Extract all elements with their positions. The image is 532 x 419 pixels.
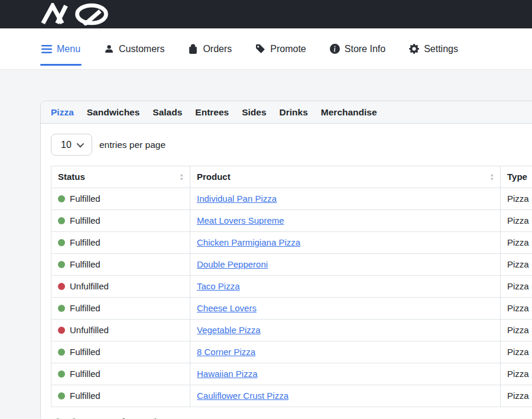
- chevron-down-icon: [76, 140, 84, 148]
- sort-icon[interactable]: [180, 173, 184, 181]
- status-label: Fulfilled: [70, 214, 100, 227]
- nav-item-promote[interactable]: Promote: [254, 28, 307, 69]
- info-icon: [330, 44, 340, 54]
- entries-per-page-label: entries per page: [99, 140, 166, 150]
- table-row: Fulfilled Hawaiian Pizza Pizza: [51, 363, 532, 385]
- type-cell: Pizza: [501, 210, 532, 232]
- top-app-bar: [0, 0, 532, 28]
- entries-count-value: 10: [61, 140, 72, 150]
- product-link[interactable]: Individual Pan Pizza: [197, 194, 277, 204]
- table-summary: Showing 1 to 10 of 26 entries: [51, 417, 532, 419]
- nav-label: Orders: [203, 44, 232, 54]
- main-nav: Menu Customers Orders Promote Store Info…: [0, 28, 532, 70]
- product-link[interactable]: Taco Pizza: [197, 281, 240, 291]
- product-link[interactable]: Hawaiian Pizza: [197, 369, 258, 379]
- type-cell: Pizza: [501, 232, 532, 254]
- product-link[interactable]: Chicken Parmigiana Pizza: [197, 237, 300, 247]
- status-label: Fulfilled: [70, 192, 100, 205]
- entries-count-select[interactable]: 10: [51, 134, 92, 156]
- column-header-product[interactable]: Product: [190, 166, 501, 188]
- page-content: Pizza Sandwiches Salads Entrees Sides Dr…: [0, 70, 532, 419]
- status-label: Unfulfilled: [70, 324, 109, 337]
- status-label: Fulfilled: [70, 389, 100, 402]
- card-body: 10 entries per page Status Product: [41, 124, 532, 419]
- type-cell: Pizza: [501, 341, 532, 363]
- column-label: Product: [197, 172, 231, 182]
- tab-merchandise[interactable]: Merchandise: [321, 107, 377, 118]
- nav-item-orders[interactable]: Orders: [187, 28, 233, 69]
- tab-sides[interactable]: Sides: [242, 107, 266, 118]
- status-label: Fulfilled: [70, 258, 100, 271]
- column-header-status[interactable]: Status: [51, 166, 190, 188]
- tab-salads[interactable]: Salads: [153, 107, 182, 118]
- nav-item-menu[interactable]: Menu: [40, 28, 82, 69]
- type-cell: Pizza: [501, 188, 532, 210]
- table-row: Fulfilled Meat Lovers Supreme Pizza: [51, 210, 532, 232]
- tab-pizza[interactable]: Pizza: [51, 107, 74, 118]
- type-cell: Pizza: [501, 254, 532, 276]
- status-dot: [58, 261, 65, 268]
- nav-item-customers[interactable]: Customers: [103, 28, 166, 69]
- column-label: Status: [58, 172, 85, 182]
- status-dot: [58, 195, 65, 202]
- status-label: Fulfilled: [70, 236, 100, 249]
- type-cell: Pizza: [501, 320, 532, 341]
- brand-logo[interactable]: [39, 3, 122, 25]
- status-dot: [58, 283, 65, 290]
- bag-icon: [188, 44, 198, 54]
- nav-label: Menu: [57, 44, 80, 54]
- status-dot: [58, 370, 65, 378]
- tab-entrees[interactable]: Entrees: [195, 107, 229, 118]
- sort-icon[interactable]: [490, 173, 494, 181]
- hamburger-icon: [41, 44, 52, 54]
- type-cell: Pizza: [501, 385, 532, 407]
- product-link[interactable]: Cauliflower Crust Pizza: [197, 391, 288, 401]
- tab-drinks[interactable]: Drinks: [280, 107, 308, 118]
- person-icon: [104, 44, 114, 54]
- table-row: Fulfilled Cheese Lovers Pizza: [51, 298, 532, 320]
- tag-icon: [255, 44, 265, 54]
- status-dot: [58, 217, 65, 224]
- table-row: Fulfilled Cauliflower Crust Pizza Pizza: [51, 385, 532, 407]
- status-dot: [58, 349, 65, 356]
- product-link[interactable]: Vegetable Pizza: [197, 325, 261, 335]
- status-dot: [58, 392, 65, 399]
- table-row: Fulfilled 8 Corner Pizza Pizza: [51, 341, 532, 363]
- aq-logo-icon: [39, 3, 122, 25]
- menu-card: Pizza Sandwiches Salads Entrees Sides Dr…: [40, 101, 532, 419]
- nav-item-store-info[interactable]: Store Info: [329, 28, 387, 69]
- product-link[interactable]: Double Pepperoni: [197, 259, 268, 269]
- column-header-type[interactable]: Type: [501, 166, 532, 188]
- status-dot: [58, 239, 65, 246]
- category-tabs: Pizza Sandwiches Salads Entrees Sides Dr…: [41, 101, 532, 124]
- nav-label: Store Info: [345, 44, 385, 54]
- product-link[interactable]: Cheese Lovers: [197, 303, 257, 313]
- status-label: Fulfilled: [70, 302, 100, 315]
- products-table: Status Product Type: [51, 166, 532, 407]
- status-label: Fulfilled: [70, 368, 100, 381]
- tab-sandwiches[interactable]: Sandwiches: [87, 107, 140, 118]
- product-link[interactable]: Meat Lovers Supreme: [197, 215, 284, 225]
- status-label: Fulfilled: [70, 346, 100, 359]
- gear-icon: [409, 44, 419, 54]
- table-row: Unfulfilled Taco Pizza Pizza: [51, 276, 532, 298]
- nav-label: Promote: [270, 44, 306, 54]
- entries-per-page: 10 entries per page: [51, 134, 532, 156]
- table-row: Fulfilled Double Pepperoni Pizza: [51, 254, 532, 276]
- column-label: Type: [507, 172, 527, 182]
- status-dot: [58, 305, 65, 312]
- product-link[interactable]: 8 Corner Pizza: [197, 347, 255, 357]
- table-row: Unfulfilled Vegetable Pizza Pizza: [51, 320, 532, 341]
- table-row: Fulfilled Chicken Parmigiana Pizza Pizza: [51, 232, 532, 254]
- type-cell: Pizza: [501, 276, 532, 298]
- status-label: Unfulfilled: [70, 280, 109, 293]
- type-cell: Pizza: [501, 363, 532, 385]
- table-header-row: Status Product Type: [51, 166, 532, 188]
- nav-label: Customers: [119, 44, 164, 54]
- type-cell: Pizza: [501, 298, 532, 320]
- table-row: Fulfilled Individual Pan Pizza Pizza: [51, 188, 532, 210]
- nav-item-settings[interactable]: Settings: [408, 28, 459, 69]
- status-dot: [58, 327, 65, 334]
- nav-label: Settings: [424, 44, 458, 54]
